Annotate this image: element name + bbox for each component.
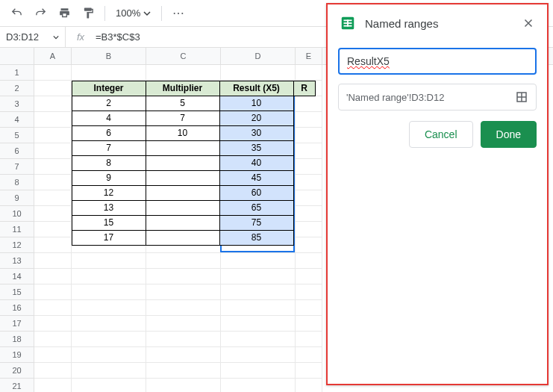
table-cell[interactable]: 4 (72, 111, 146, 126)
table-cell[interactable]: 7 (146, 111, 220, 126)
cell[interactable] (146, 253, 221, 269)
table-cell[interactable]: 20 (219, 111, 294, 126)
cell[interactable] (72, 316, 146, 332)
cell[interactable] (34, 128, 72, 143)
cell[interactable] (34, 284, 72, 300)
cell[interactable] (221, 65, 296, 81)
row-header-20[interactable]: 20 (0, 363, 34, 379)
cell[interactable] (146, 65, 221, 81)
table-cell[interactable]: 17 (72, 230, 146, 246)
cell[interactable] (34, 253, 72, 269)
row-header-21[interactable]: 21 (0, 379, 34, 392)
table-cell[interactable]: 30 (219, 125, 294, 141)
cell[interactable] (34, 65, 72, 81)
table-header[interactable]: Multiplier (146, 81, 220, 96)
table-cell[interactable]: 35 (219, 140, 294, 156)
cell[interactable] (34, 300, 72, 316)
col-header-E[interactable]: E (296, 48, 322, 64)
row-header-19[interactable]: 19 (0, 347, 34, 363)
cell[interactable] (221, 379, 296, 392)
table-cell[interactable]: 6 (72, 125, 146, 141)
table-cell[interactable] (146, 170, 220, 186)
zoom-dropdown[interactable]: 100% (111, 7, 155, 19)
cell[interactable] (296, 332, 322, 347)
table-cell[interactable] (146, 215, 220, 231)
row-header-16[interactable]: 16 (0, 300, 34, 316)
cell[interactable] (34, 112, 72, 128)
table-cell[interactable]: 65 (219, 200, 294, 216)
cell[interactable] (72, 379, 146, 392)
cell[interactable] (72, 65, 146, 81)
select-range-icon[interactable] (515, 90, 528, 104)
table-cell[interactable]: 2 (72, 96, 146, 111)
table-cell[interactable] (146, 185, 220, 201)
cell[interactable] (72, 332, 146, 347)
cell[interactable] (72, 269, 146, 284)
cell[interactable] (221, 300, 296, 316)
table-cell[interactable]: 40 (219, 155, 294, 171)
cell[interactable] (296, 65, 322, 81)
table-cell[interactable]: 13 (72, 200, 146, 216)
col-header-D[interactable]: D (221, 48, 296, 64)
cell[interactable] (34, 222, 72, 237)
undo-icon[interactable] (6, 3, 27, 24)
row-header-9[interactable]: 9 (0, 190, 34, 206)
more-icon[interactable]: ⋯ (168, 6, 190, 20)
table-cell[interactable]: 10 (146, 125, 220, 141)
cell[interactable] (146, 347, 221, 363)
close-icon[interactable] (522, 16, 535, 30)
cell[interactable] (221, 253, 296, 269)
row-header-13[interactable]: 13 (0, 253, 34, 269)
row-header-15[interactable]: 15 (0, 284, 34, 300)
table-cell[interactable]: 7 (72, 140, 146, 156)
row-header-17[interactable]: 17 (0, 316, 34, 332)
cell[interactable] (34, 347, 72, 363)
cell[interactable] (34, 143, 72, 159)
row-header-6[interactable]: 6 (0, 143, 34, 159)
cell[interactable] (146, 379, 221, 392)
cell[interactable] (72, 253, 146, 269)
cell[interactable] (34, 190, 72, 206)
row-header-3[interactable]: 3 (0, 96, 34, 112)
row-header-10[interactable]: 10 (0, 206, 34, 222)
cell[interactable] (221, 316, 296, 332)
cell[interactable] (296, 347, 322, 363)
col-header-B[interactable]: B (72, 48, 146, 64)
cell[interactable] (296, 253, 322, 269)
row-header-7[interactable]: 7 (0, 159, 34, 175)
cell[interactable] (146, 269, 221, 284)
row-header-18[interactable]: 18 (0, 332, 34, 347)
table-cell[interactable]: 9 (72, 170, 146, 186)
table-cell[interactable]: 15 (72, 215, 146, 231)
row-header-4[interactable]: 4 (0, 112, 34, 128)
done-button[interactable]: Done (481, 121, 537, 148)
cell[interactable] (221, 347, 296, 363)
cell[interactable] (34, 363, 72, 379)
table-cell[interactable] (146, 140, 220, 156)
cell[interactable] (34, 159, 72, 175)
row-header-12[interactable]: 12 (0, 237, 34, 253)
cell[interactable] (72, 284, 146, 300)
table-cell[interactable]: 12 (72, 185, 146, 201)
col-header-A[interactable]: A (34, 48, 72, 64)
table-cell[interactable]: 8 (72, 155, 146, 171)
row-header-2[interactable]: 2 (0, 81, 34, 96)
row-header-8[interactable]: 8 (0, 175, 34, 190)
range-reference-field[interactable]: 'Named range'!D3:D12 (338, 84, 537, 111)
table-header[interactable]: Result (X5) (219, 81, 294, 96)
cell[interactable] (34, 96, 72, 112)
table-cell[interactable]: 85 (219, 230, 294, 246)
cell[interactable] (146, 316, 221, 332)
table-cell[interactable]: 60 (219, 185, 294, 201)
cell[interactable] (146, 284, 221, 300)
row-header-5[interactable]: 5 (0, 128, 34, 143)
print-icon[interactable] (54, 3, 75, 24)
cell[interactable] (34, 237, 72, 253)
cell[interactable] (34, 206, 72, 222)
table-cell[interactable]: 75 (219, 215, 294, 231)
row-header-11[interactable]: 11 (0, 222, 34, 237)
table-header[interactable]: Integer (72, 81, 146, 96)
cell[interactable] (34, 379, 72, 392)
cell[interactable] (34, 175, 72, 190)
cell[interactable] (72, 363, 146, 379)
